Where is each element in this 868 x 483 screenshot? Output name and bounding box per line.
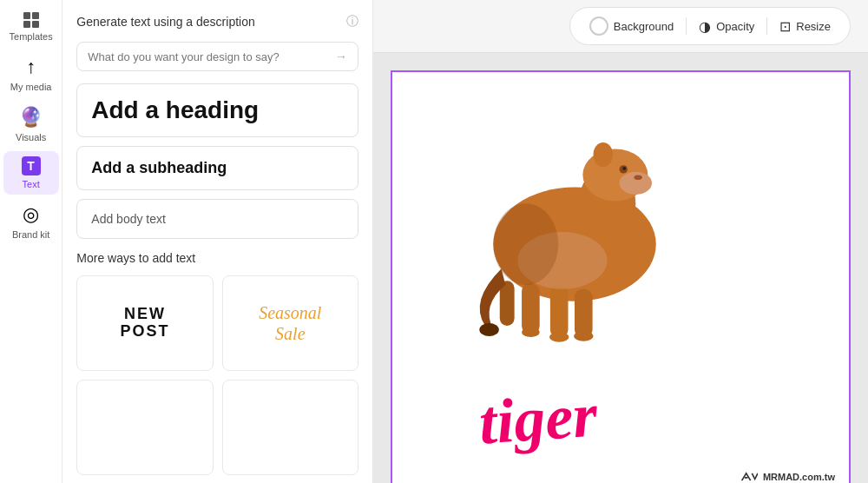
search-input[interactable] [88,50,335,63]
more-ways-label: More ways to add text [76,251,358,265]
lion-illustration [444,81,705,359]
template-card-seasonal-sale[interactable]: Seasonal Sale [222,275,358,371]
svg-point-4 [620,172,653,195]
template-card-4[interactable] [222,380,358,475]
opacity-icon: ◑ [699,18,711,35]
sidebar-item-my-media[interactable]: ↑ My media [3,50,59,97]
svg-point-15 [549,332,569,341]
opacity-button[interactable]: ◑ Opacity [687,15,766,38]
top-toolbar: Background ◑ Opacity ⊡ Resize [373,0,868,53]
svg-rect-9 [575,289,593,338]
upload-icon: ↑ [26,56,36,78]
sidebar-item-visuals-label: Visuals [16,132,46,142]
add-heading-button[interactable]: Add a heading [76,83,358,137]
canvas-area: Background ◑ Opacity ⊡ Resize [373,0,868,483]
text-icon: T [22,156,41,175]
sidebar-item-visuals[interactable]: 🔮 Visuals [3,101,59,148]
svg-point-6 [622,167,626,170]
toolbar-pill: Background ◑ Opacity ⊡ Resize [569,7,851,45]
info-icon[interactable]: ⓘ [346,14,358,30]
sidebar-item-text[interactable]: T Text [3,151,59,195]
sidebar-item-brand-kit-label: Brand kit [12,229,49,240]
search-arrow-icon: → [335,50,347,63]
svg-point-16 [574,331,594,341]
tiger-text: tiger [477,379,599,459]
sidebar-item-brand-kit[interactable]: ◎ Brand kit [3,198,59,245]
grid-icon [23,12,39,28]
template-grid: NEW POST Seasonal Sale [76,275,358,475]
sidebar-item-text-label: Text [23,179,40,189]
background-button[interactable]: Background [577,13,686,39]
template-card-3[interactable] [76,380,213,475]
sidebar-item-templates-label: Templates [10,31,53,42]
add-subheading-button[interactable]: Add a subheading [76,146,358,190]
sidebar-item-my-media-label: My media [10,82,52,92]
add-heading-label: Add a heading [91,96,259,123]
visuals-icon: 🔮 [19,106,43,129]
text-panel: Generate text using a description ⓘ → Ad… [62,0,373,483]
seasonal-sale-text: Seasonal Sale [259,302,321,344]
canvas-wrapper: tiger MRMAD.com.tw [373,53,868,483]
design-canvas[interactable]: tiger MRMAD.com.tw [391,70,851,483]
search-box[interactable]: → [76,42,358,71]
template-card-new-post[interactable]: NEW POST [76,275,213,371]
svg-point-17 [522,328,540,337]
resize-label: Resize [796,20,831,33]
add-body-button[interactable]: Add body text [76,199,358,239]
svg-point-7 [634,175,641,180]
svg-rect-8 [550,285,569,338]
new-post-text: NEW POST [120,306,169,341]
left-sidebar: Templates ↑ My media 🔮 Visuals T Text ◎ … [0,0,62,483]
svg-point-14 [493,203,558,285]
add-subheading-label: Add a subheading [91,159,227,176]
svg-point-3 [594,142,614,167]
panel-header: Generate text using a description ⓘ [76,14,358,30]
sidebar-item-templates[interactable]: Templates [3,7,59,47]
watermark: MRMAD.com.tw [740,470,835,483]
svg-point-12 [479,323,499,336]
opacity-label: Opacity [716,20,754,33]
background-color-circle [589,17,608,36]
resize-button[interactable]: ⊡ Resize [767,15,843,38]
brand-icon: ◎ [23,203,39,226]
resize-icon: ⊡ [779,18,791,35]
svg-rect-10 [522,283,540,334]
watermark-text: MRMAD.com.tw [763,472,835,482]
add-body-label: Add body text [91,212,166,226]
panel-title: Generate text using a description [76,15,254,29]
watermark-logo [740,470,758,483]
background-label: Background [614,20,674,33]
